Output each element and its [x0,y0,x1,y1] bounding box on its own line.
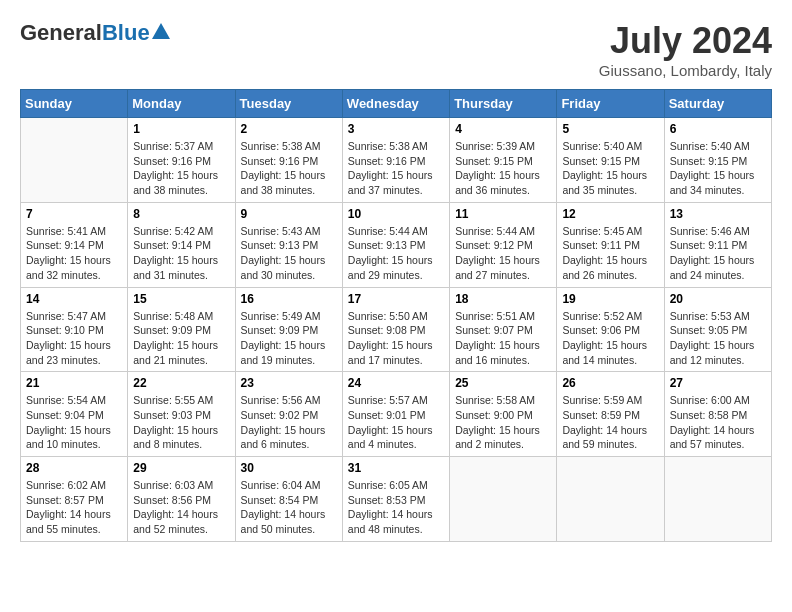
logo: General Blue [20,20,170,46]
weekday-header: Friday [557,90,664,118]
calendar-cell: 21Sunrise: 5:54 AM Sunset: 9:04 PM Dayli… [21,372,128,457]
calendar-cell [557,457,664,542]
calendar-week-row: 21Sunrise: 5:54 AM Sunset: 9:04 PM Dayli… [21,372,772,457]
logo-blue-text: Blue [102,20,150,46]
logo-general-text: General [20,20,102,46]
day-number: 24 [348,376,444,390]
day-number: 10 [348,207,444,221]
day-number: 3 [348,122,444,136]
day-info: Sunrise: 6:00 AM Sunset: 8:58 PM Dayligh… [670,393,766,452]
day-info: Sunrise: 6:04 AM Sunset: 8:54 PM Dayligh… [241,478,337,537]
calendar-week-row: 7Sunrise: 5:41 AM Sunset: 9:14 PM Daylig… [21,202,772,287]
calendar-cell: 30Sunrise: 6:04 AM Sunset: 8:54 PM Dayli… [235,457,342,542]
day-info: Sunrise: 5:56 AM Sunset: 9:02 PM Dayligh… [241,393,337,452]
day-info: Sunrise: 5:44 AM Sunset: 9:13 PM Dayligh… [348,224,444,283]
day-info: Sunrise: 5:42 AM Sunset: 9:14 PM Dayligh… [133,224,229,283]
day-number: 20 [670,292,766,306]
day-number: 23 [241,376,337,390]
day-info: Sunrise: 6:02 AM Sunset: 8:57 PM Dayligh… [26,478,122,537]
day-info: Sunrise: 5:58 AM Sunset: 9:00 PM Dayligh… [455,393,551,452]
day-number: 15 [133,292,229,306]
day-number: 26 [562,376,658,390]
calendar-cell: 9Sunrise: 5:43 AM Sunset: 9:13 PM Daylig… [235,202,342,287]
calendar-cell: 14Sunrise: 5:47 AM Sunset: 9:10 PM Dayli… [21,287,128,372]
day-info: Sunrise: 5:53 AM Sunset: 9:05 PM Dayligh… [670,309,766,368]
day-number: 21 [26,376,122,390]
calendar-cell: 13Sunrise: 5:46 AM Sunset: 9:11 PM Dayli… [664,202,771,287]
day-number: 4 [455,122,551,136]
svg-marker-0 [152,23,170,39]
calendar-cell: 11Sunrise: 5:44 AM Sunset: 9:12 PM Dayli… [450,202,557,287]
calendar-cell: 22Sunrise: 5:55 AM Sunset: 9:03 PM Dayli… [128,372,235,457]
day-number: 28 [26,461,122,475]
calendar-cell: 23Sunrise: 5:56 AM Sunset: 9:02 PM Dayli… [235,372,342,457]
day-number: 12 [562,207,658,221]
weekday-header: Wednesday [342,90,449,118]
day-number: 27 [670,376,766,390]
calendar-table: SundayMondayTuesdayWednesdayThursdayFrid… [20,89,772,542]
calendar-cell: 26Sunrise: 5:59 AM Sunset: 8:59 PM Dayli… [557,372,664,457]
day-info: Sunrise: 5:40 AM Sunset: 9:15 PM Dayligh… [562,139,658,198]
day-info: Sunrise: 5:59 AM Sunset: 8:59 PM Dayligh… [562,393,658,452]
calendar-week-row: 14Sunrise: 5:47 AM Sunset: 9:10 PM Dayli… [21,287,772,372]
day-info: Sunrise: 5:50 AM Sunset: 9:08 PM Dayligh… [348,309,444,368]
day-number: 2 [241,122,337,136]
day-info: Sunrise: 5:39 AM Sunset: 9:15 PM Dayligh… [455,139,551,198]
calendar-cell: 5Sunrise: 5:40 AM Sunset: 9:15 PM Daylig… [557,118,664,203]
day-info: Sunrise: 5:37 AM Sunset: 9:16 PM Dayligh… [133,139,229,198]
logo-triangle-icon [152,23,170,39]
calendar-cell: 15Sunrise: 5:48 AM Sunset: 9:09 PM Dayli… [128,287,235,372]
day-number: 22 [133,376,229,390]
day-number: 16 [241,292,337,306]
day-number: 29 [133,461,229,475]
day-number: 30 [241,461,337,475]
calendar-cell: 4Sunrise: 5:39 AM Sunset: 9:15 PM Daylig… [450,118,557,203]
day-info: Sunrise: 5:51 AM Sunset: 9:07 PM Dayligh… [455,309,551,368]
day-info: Sunrise: 5:48 AM Sunset: 9:09 PM Dayligh… [133,309,229,368]
day-number: 13 [670,207,766,221]
calendar-header-row: SundayMondayTuesdayWednesdayThursdayFrid… [21,90,772,118]
calendar-cell: 25Sunrise: 5:58 AM Sunset: 9:00 PM Dayli… [450,372,557,457]
calendar-cell: 29Sunrise: 6:03 AM Sunset: 8:56 PM Dayli… [128,457,235,542]
calendar-week-row: 28Sunrise: 6:02 AM Sunset: 8:57 PM Dayli… [21,457,772,542]
weekday-header: Sunday [21,90,128,118]
calendar-cell [450,457,557,542]
day-number: 17 [348,292,444,306]
calendar-cell: 19Sunrise: 5:52 AM Sunset: 9:06 PM Dayli… [557,287,664,372]
day-info: Sunrise: 5:49 AM Sunset: 9:09 PM Dayligh… [241,309,337,368]
day-info: Sunrise: 6:03 AM Sunset: 8:56 PM Dayligh… [133,478,229,537]
calendar-cell: 1Sunrise: 5:37 AM Sunset: 9:16 PM Daylig… [128,118,235,203]
calendar-cell: 12Sunrise: 5:45 AM Sunset: 9:11 PM Dayli… [557,202,664,287]
calendar-cell: 10Sunrise: 5:44 AM Sunset: 9:13 PM Dayli… [342,202,449,287]
calendar-cell: 2Sunrise: 5:38 AM Sunset: 9:16 PM Daylig… [235,118,342,203]
day-number: 1 [133,122,229,136]
day-number: 7 [26,207,122,221]
calendar-cell: 20Sunrise: 5:53 AM Sunset: 9:05 PM Dayli… [664,287,771,372]
calendar-cell: 3Sunrise: 5:38 AM Sunset: 9:16 PM Daylig… [342,118,449,203]
weekday-header: Saturday [664,90,771,118]
calendar-cell: 6Sunrise: 5:40 AM Sunset: 9:15 PM Daylig… [664,118,771,203]
day-number: 9 [241,207,337,221]
day-number: 19 [562,292,658,306]
calendar-cell: 27Sunrise: 6:00 AM Sunset: 8:58 PM Dayli… [664,372,771,457]
calendar-cell: 8Sunrise: 5:42 AM Sunset: 9:14 PM Daylig… [128,202,235,287]
day-info: Sunrise: 6:05 AM Sunset: 8:53 PM Dayligh… [348,478,444,537]
calendar-cell: 18Sunrise: 5:51 AM Sunset: 9:07 PM Dayli… [450,287,557,372]
weekday-header: Thursday [450,90,557,118]
calendar-cell: 16Sunrise: 5:49 AM Sunset: 9:09 PM Dayli… [235,287,342,372]
calendar-cell: 31Sunrise: 6:05 AM Sunset: 8:53 PM Dayli… [342,457,449,542]
day-info: Sunrise: 5:40 AM Sunset: 9:15 PM Dayligh… [670,139,766,198]
day-info: Sunrise: 5:44 AM Sunset: 9:12 PM Dayligh… [455,224,551,283]
day-info: Sunrise: 5:45 AM Sunset: 9:11 PM Dayligh… [562,224,658,283]
calendar-cell: 7Sunrise: 5:41 AM Sunset: 9:14 PM Daylig… [21,202,128,287]
title-block: July 2024 Giussano, Lombardy, Italy [599,20,772,79]
day-number: 14 [26,292,122,306]
day-number: 8 [133,207,229,221]
location-subtitle: Giussano, Lombardy, Italy [599,62,772,79]
weekday-header: Monday [128,90,235,118]
day-info: Sunrise: 5:57 AM Sunset: 9:01 PM Dayligh… [348,393,444,452]
calendar-cell: 24Sunrise: 5:57 AM Sunset: 9:01 PM Dayli… [342,372,449,457]
calendar-cell [21,118,128,203]
day-info: Sunrise: 5:41 AM Sunset: 9:14 PM Dayligh… [26,224,122,283]
calendar-cell: 17Sunrise: 5:50 AM Sunset: 9:08 PM Dayli… [342,287,449,372]
